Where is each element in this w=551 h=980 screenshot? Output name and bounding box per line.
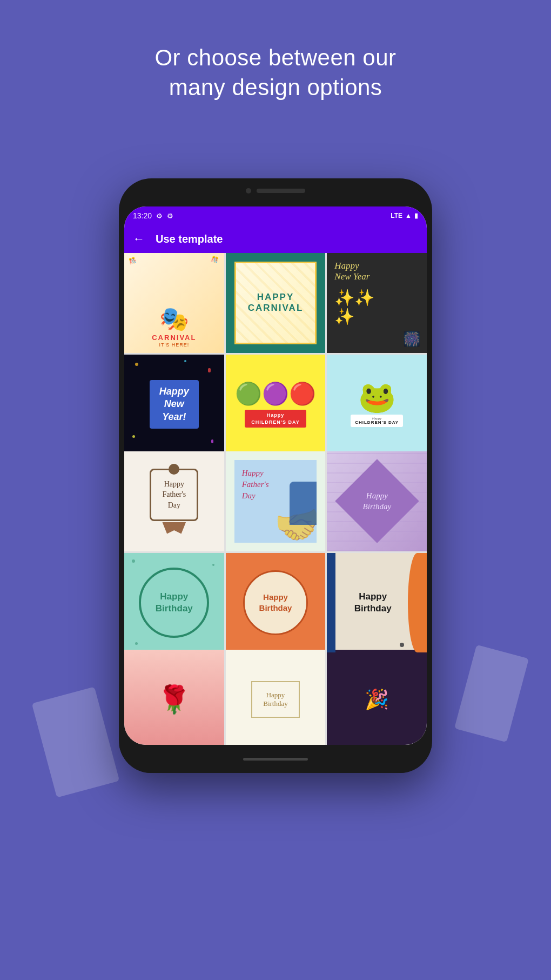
new-year-ribbon: HappyNewYear! [150, 380, 199, 429]
templates-grid: 🎊 🎊 🎭 CARNIVAL IT'S HERE! HAPPY CARNIVAL [124, 253, 427, 745]
status-indicators: LTE ▲ ▮ [391, 212, 418, 219]
template-fathers-hands[interactable]: HappyFather'sDay 🤝 [226, 451, 326, 551]
battery-icon: ▮ [414, 212, 418, 219]
fathers-day-badge-text: HappyFather'sDay [162, 479, 186, 511]
template-birthday-orange[interactable]: HappyBirthday [226, 553, 326, 653]
home-indicator [243, 758, 308, 761]
fireworks-icon: ✨✨✨ [334, 288, 374, 326]
template-birthday-teal[interactable]: HappyBirthday [124, 553, 224, 653]
signal-icon: ▲ [405, 212, 412, 219]
happy-carnival-text2: CARNIVAL [248, 303, 304, 314]
roses-icon: 🌹 [157, 684, 191, 715]
template-new-year-fireworks[interactable]: HappyNew Year ✨✨✨ 🎆 [327, 253, 427, 353]
app-bar: ← Use template [124, 225, 427, 253]
bg-shape-right [454, 645, 529, 742]
status-time: 13:20 [133, 211, 152, 220]
bg-shape-left [32, 687, 119, 798]
speaker-bar [257, 189, 305, 193]
template-fathers-badge[interactable]: HappyFather'sDay [124, 451, 224, 551]
phone-speaker [246, 188, 305, 194]
back-button[interactable]: ← [133, 232, 145, 246]
hero-line2: many design options [169, 75, 382, 100]
frog-icon: 🐸 [358, 382, 396, 412]
birthday-orange-text: HappyBirthday [259, 592, 292, 613]
template-frog[interactable]: 🐸 Happy CHILDREN'S DAY [327, 355, 427, 455]
fathers-badge-ribbon [162, 522, 186, 534]
app-bar-title: Use template [156, 233, 223, 245]
birthday-diamond-text: HappyBirthday [362, 491, 391, 512]
carnival-label: CARNIVAL [152, 334, 196, 342]
hero-section: Or choose between our many design option… [0, 0, 551, 102]
plain-cream-text: HappyBirthday [263, 691, 288, 708]
birthday-folded-dot [400, 643, 404, 647]
balloons-icon: 🟢🟣🔴 [235, 381, 316, 406]
gear-icon-1: ⚙ [156, 212, 163, 220]
childrens-day-label: HappyCHILDREN'S DAY [245, 410, 306, 428]
camera-dot [246, 188, 251, 194]
template-roses[interactable]: 🌹 [124, 650, 224, 745]
fireworks-decoration: 🎆 [403, 331, 420, 348]
hero-line1: Or choose between our [154, 45, 396, 70]
template-birthday-diamond[interactable]: HappyBirthday [327, 451, 427, 551]
birthday-folded-text: HappyBirthday [354, 591, 392, 615]
status-bar: 13:20 ⚙ ⚙ LTE ▲ ▮ [124, 206, 427, 225]
lte-indicator: LTE [391, 212, 402, 219]
gear-icon-2: ⚙ [167, 212, 173, 220]
template-birthday-folded[interactable]: HappyBirthday [327, 553, 427, 653]
phone-bottom-nav [119, 745, 432, 773]
carnival-sublabel: IT'S HERE! [159, 342, 189, 348]
happy-carnival-text1: HAPPY [257, 292, 294, 303]
template-dark-partial[interactable]: 🎉 [327, 650, 427, 745]
fathers-day-hands-text: HappyFather'sDay [242, 468, 269, 502]
phone-frame: 13:20 ⚙ ⚙ LTE ▲ ▮ ← Use template [119, 178, 432, 773]
birthday-teal-text: HappyBirthday [156, 591, 193, 615]
template-new-year-dark[interactable]: HappyNewYear! [124, 355, 224, 455]
phone-mockup: 13:20 ⚙ ⚙ LTE ▲ ▮ ← Use template [119, 178, 432, 773]
template-childrens-balloons[interactable]: 🟢🟣🔴 HappyCHILDREN'S DAY [226, 355, 326, 455]
dark-partial-icon: 🎉 [365, 688, 389, 711]
template-carnival-mask[interactable]: 🎊 🎊 🎭 CARNIVAL IT'S HERE! [124, 253, 224, 353]
template-happy-carnival[interactable]: HAPPY CARNIVAL [226, 253, 326, 353]
phone-screen: 13:20 ⚙ ⚙ LTE ▲ ▮ ← Use template [124, 206, 427, 745]
frog-childrens-day-text: Happy CHILDREN'S DAY [351, 415, 403, 427]
new-year-title: HappyNew Year [334, 261, 369, 283]
template-plain-cream[interactable]: HappyBirthday [226, 650, 326, 745]
